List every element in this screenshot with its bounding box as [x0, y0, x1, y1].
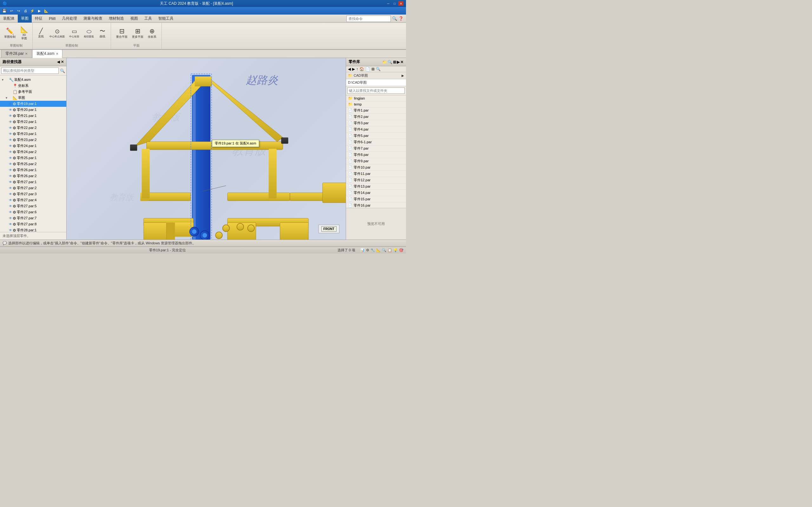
- visibility-icon[interactable]: 👁: [9, 162, 12, 166]
- tree-item[interactable]: 👁⚙零件27.par:7: [0, 215, 66, 221]
- lib-back[interactable]: ◀: [348, 67, 351, 71]
- menu-view[interactable]: 视图: [127, 14, 141, 22]
- visibility-icon[interactable]: 👁: [9, 222, 12, 226]
- close-button[interactable]: ✕: [398, 1, 403, 6]
- tree-item[interactable]: 👁⚙零件27.par:2: [0, 185, 66, 191]
- library-item[interactable]: 📄零件1.par: [346, 107, 406, 114]
- menu-tools[interactable]: 工具: [141, 14, 155, 22]
- library-item[interactable]: 📄零件8.par: [346, 152, 406, 158]
- tree-item[interactable]: 👁⚙零件27.par:5: [0, 203, 66, 209]
- qa-play[interactable]: ▶: [36, 8, 43, 14]
- ribbon-3d-sketch[interactable]: 📐 3D草图: [18, 25, 30, 42]
- lib-grid[interactable]: ⊞: [371, 67, 374, 71]
- tree-item[interactable]: 👁⚙零件27.par:6: [0, 209, 66, 215]
- tree-item[interactable]: 👁⚙零件25.par:1: [0, 155, 66, 161]
- tab-part28[interactable]: 零件28.par ✕: [1, 49, 32, 58]
- menu-geometry[interactable]: 几何处理: [59, 14, 80, 22]
- lib-new[interactable]: 📄: [365, 67, 370, 71]
- visibility-icon[interactable]: 👁: [9, 192, 12, 196]
- qa-print[interactable]: 🖨: [22, 8, 29, 14]
- bi8[interactable]: 🎯: [399, 248, 403, 252]
- tree-item[interactable]: 👁⚙零件23.par:1: [0, 131, 66, 137]
- visibility-icon[interactable]: 👁: [9, 156, 12, 160]
- lib-collapse[interactable]: ▶: [397, 60, 400, 64]
- library-item[interactable]: 📄零件5.par: [346, 133, 406, 139]
- library-item[interactable]: 📄零件12.par: [346, 177, 406, 183]
- ribbon-sketch-draw[interactable]: ✏️ 草图绘制: [3, 27, 17, 40]
- tree-item[interactable]: 👁⚙零件20.par:1: [0, 107, 66, 113]
- menu-sketch[interactable]: 草图: [18, 14, 32, 22]
- library-search-input[interactable]: [347, 88, 405, 94]
- ribbon-coord[interactable]: ⊕ 坐标系: [146, 27, 158, 40]
- lib-close[interactable]: ✕: [400, 60, 403, 64]
- menu-smart[interactable]: 智能工具: [155, 14, 177, 22]
- path-finder-close[interactable]: ✕: [61, 60, 64, 64]
- bi4[interactable]: 📐: [376, 248, 380, 252]
- bi1[interactable]: 📊: [360, 248, 365, 252]
- visibility-icon[interactable]: 👁: [9, 199, 12, 202]
- library-item[interactable]: 📄零件7.par: [346, 146, 406, 152]
- menu-assembly[interactable]: 装配体: [0, 14, 18, 22]
- lib-up[interactable]: ↑: [356, 67, 358, 71]
- ribbon-line[interactable]: ╱ 直线: [35, 27, 47, 40]
- library-item[interactable]: 📄零件11.par: [346, 171, 406, 177]
- bi7[interactable]: 💡: [393, 248, 398, 252]
- library-item[interactable]: 📄零件10.par: [346, 164, 406, 171]
- ribbon-more-plane[interactable]: ⊞ 更多平面: [131, 27, 145, 40]
- tree-item[interactable]: 👁⚙零件24.par:1: [0, 143, 66, 149]
- command-search[interactable]: [346, 15, 391, 22]
- visibility-icon[interactable]: 👁: [9, 216, 12, 220]
- qa-measure[interactable]: 📐: [43, 8, 49, 14]
- visibility-icon[interactable]: 👁: [9, 114, 12, 118]
- visibility-icon[interactable]: 👁: [9, 108, 12, 112]
- tree-item[interactable]: ▼👁🔧装配4.asm: [0, 77, 66, 83]
- 3d-viewport[interactable]: 教育版 教育版 教育版 赵路炎: [67, 58, 346, 239]
- visibility-icon[interactable]: 👁: [9, 138, 12, 142]
- lib-icon1[interactable]: 📁: [382, 60, 387, 64]
- qa-run[interactable]: ⚡: [29, 8, 36, 14]
- tree-item[interactable]: 👁⚙零件26.par:1: [0, 167, 66, 173]
- visibility-icon[interactable]: 👁: [9, 228, 12, 232]
- visibility-icon[interactable]: 👁: [9, 174, 12, 178]
- visibility-icon[interactable]: 👁: [9, 126, 12, 130]
- ribbon-circle[interactable]: ⊙ 中心和点画圆: [48, 27, 66, 39]
- library-item[interactable]: 📄零件13.par: [346, 183, 406, 190]
- menu-pmi[interactable]: PMI: [46, 15, 59, 22]
- tree-item[interactable]: 👁⚙零件27.par:1: [0, 179, 66, 185]
- tree-item[interactable]: 👁⚙零件26.par:2: [0, 173, 66, 179]
- qa-save[interactable]: 💾: [1, 8, 8, 14]
- visibility-icon[interactable]: 👁: [9, 102, 12, 106]
- tree-item[interactable]: ▼👁📐草图: [0, 95, 66, 101]
- tree-item[interactable]: 👁⚙零件27.par:4: [0, 197, 66, 203]
- path-finder-collapse[interactable]: ◀: [57, 60, 60, 64]
- qa-undo[interactable]: ↩: [8, 8, 14, 14]
- library-item[interactable]: 📄零件16.par: [346, 203, 406, 208]
- tab-assembly4-close[interactable]: ✕: [56, 52, 58, 55]
- visibility-icon[interactable]: 👁: [9, 150, 12, 154]
- tree-item[interactable]: 👁⚙零件24.par:2: [0, 149, 66, 155]
- library-item[interactable]: 📄零件4.par: [346, 126, 406, 133]
- visibility-icon[interactable]: 👁: [9, 180, 12, 184]
- tree-item[interactable]: 👁⚙零件28.par:1: [0, 227, 66, 232]
- tree-search-icon[interactable]: 🔍: [60, 68, 65, 73]
- visibility-icon[interactable]: 👁: [9, 132, 12, 135]
- maximize-button[interactable]: □: [392, 1, 397, 6]
- ribbon-curve[interactable]: 〜 曲线: [97, 27, 108, 40]
- tree-item[interactable]: 👁⚙零件21.par:1: [0, 113, 66, 119]
- tab-assembly4[interactable]: 装配4.asm ✕: [32, 49, 62, 58]
- tree-item[interactable]: 👁⚙零件22.par:2: [0, 125, 66, 131]
- library-item[interactable]: 📄零件3.par: [346, 120, 406, 126]
- tree-item[interactable]: 👁📋参考平面: [0, 89, 66, 95]
- bi5[interactable]: 🔍: [382, 248, 386, 252]
- tree-item[interactable]: 👁📍坐标系: [0, 83, 66, 89]
- library-item[interactable]: 📄零件15.par: [346, 196, 406, 203]
- tree-item[interactable]: 👁⚙零件27.par:3: [0, 191, 66, 197]
- tree-item[interactable]: 👁⚙零件22.par:1: [0, 119, 66, 125]
- lib-search-btn[interactable]: 🔍: [376, 67, 380, 71]
- library-item[interactable]: 📄零件14.par: [346, 190, 406, 196]
- ribbon-rect[interactable]: ▭ 中心矩形: [67, 27, 81, 39]
- tree-item[interactable]: 👁⚙零件27.par:8: [0, 221, 66, 227]
- tree-search-input[interactable]: [1, 67, 59, 74]
- tree-item[interactable]: 👁⚙零件19.par:1: [0, 101, 66, 107]
- library-item[interactable]: 📁temp: [346, 101, 406, 107]
